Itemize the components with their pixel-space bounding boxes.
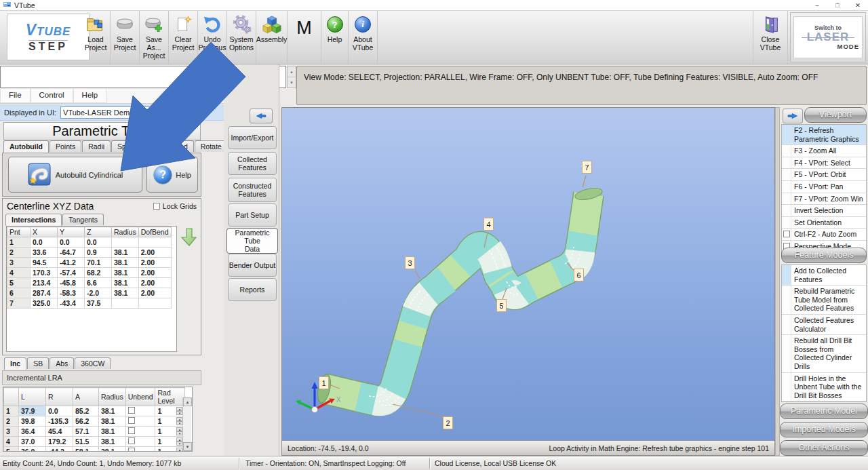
feature-action-2[interactable]: Rebuild Parametric Tube Model from Colle… (782, 286, 866, 315)
nav-parametric-tube-button[interactable]: Parametric Tube Data (226, 228, 278, 254)
displayed-in-ui-field[interactable]: VTube-LASER Demo 5 (60, 106, 189, 119)
unbend-checkbox[interactable] (128, 437, 135, 444)
cell[interactable]: 7 (7, 298, 31, 309)
minimize-button[interactable]: – (807, 0, 827, 11)
feature-action-5[interactable]: Drill Holes in the Unbent Tube with the … (782, 373, 866, 402)
lock-grids-checkbox[interactable] (153, 203, 160, 210)
cell[interactable]: 170.3 (31, 268, 58, 278)
toolbar-load-project-button[interactable]: Load Project (81, 11, 111, 64)
table-row[interactable]: 239.8-135.356.238.11▲▼ (4, 416, 185, 427)
cell[interactable]: 4 (7, 268, 31, 278)
cell[interactable]: 51.5 (73, 437, 99, 447)
cell[interactable]: -41.2 (58, 258, 85, 268)
cell[interactable]: 0.0 (85, 237, 112, 248)
cell[interactable]: 70.1 (85, 258, 112, 268)
cell[interactable]: 0.0 (31, 237, 58, 248)
cell[interactable]: 3 (4, 427, 19, 437)
tab-radii[interactable]: Radii (82, 140, 111, 152)
viewport-command-f5[interactable]: F5 - VPort: Orbit (782, 169, 866, 181)
cell[interactable]: 325.0 (31, 298, 58, 309)
cell[interactable]: 38.1 (99, 447, 126, 452)
cell[interactable]: 39.8 (19, 416, 46, 427)
cell[interactable]: 68.2 (85, 268, 112, 278)
centerline-table[interactable]: PntXYZRadiusDofBend10.00.00.0233.6-64.70… (7, 227, 172, 309)
toolbar-undo-previous-change-button[interactable]: Undo Previous Change (198, 11, 227, 64)
cell[interactable]: 56.2 (73, 416, 99, 427)
cell[interactable]: 33.6 (31, 248, 58, 258)
cell[interactable]: 5 (4, 447, 19, 452)
cell[interactable]: 36.0 (19, 447, 46, 452)
close-vtube-button[interactable]: Close VTube (753, 11, 788, 64)
lra-grid[interactable]: LRARadiusUnbendRad Level137.90.085.238.1… (3, 387, 193, 452)
menu-file[interactable]: File (0, 89, 31, 103)
viewport-section-header[interactable]: Viewport (804, 107, 867, 123)
cell[interactable]: 57.1 (73, 427, 99, 437)
table-row[interactable]: 437.0179.251.538.11▲▼ (4, 437, 185, 447)
toolbar-about-vtube-button[interactable]: iAbout VTube (349, 11, 378, 64)
cell[interactable]: 38.1 (112, 268, 139, 278)
cell[interactable]: 36.4 (19, 427, 46, 437)
cell[interactable]: 2.00 (138, 248, 171, 258)
table-row[interactable]: 4170.3-57.468.238.12.00 (7, 268, 172, 278)
unbend-checkbox[interactable] (128, 407, 135, 414)
nav-part-setup-button[interactable]: Part Setup (228, 203, 277, 227)
lra-table[interactable]: LRARadiusUnbendRad Level137.90.085.238.1… (3, 387, 185, 452)
viewport-command-ctrlf2[interactable]: Ctrl-F2 - Auto Zoom (782, 229, 866, 241)
feature-models-section-header[interactable]: Feature Models (781, 248, 867, 263)
cell[interactable]: 38.1 (99, 416, 126, 427)
cell[interactable]: 1▲▼ (155, 447, 185, 452)
tab-360cw[interactable]: 360CW (75, 357, 111, 369)
cell[interactable]: 1 (7, 237, 31, 248)
tab-points[interactable]: Points (50, 140, 81, 152)
tab-split-bend[interactable]: Split Bend (111, 140, 156, 152)
viewport-right-splitter[interactable] (775, 107, 780, 456)
table-row[interactable]: 10.00.00.0 (7, 237, 172, 248)
nav-import-export-button[interactable]: Import/Export (228, 126, 277, 149)
expand-panel-button[interactable] (783, 109, 803, 123)
autobuild-cylindrical-button[interactable]: Autobuild Cylindrical (8, 157, 142, 193)
cell[interactable]: -64.7 (58, 248, 85, 258)
cell[interactable]: -44.2 (46, 447, 73, 452)
cell[interactable]: 1▲▼ (155, 427, 185, 437)
cell[interactable]: 37.9 (19, 406, 46, 416)
cell[interactable]: 2 (4, 416, 19, 427)
parametric-model-section-header[interactable]: Parametric Model (780, 404, 868, 419)
unbend-checkbox[interactable] (128, 448, 135, 452)
nav-collected-features-button[interactable]: Collected Features (228, 152, 277, 175)
other-actions-section-header[interactable]: Other Actions (780, 440, 868, 456)
cell[interactable] (125, 416, 155, 427)
table-row[interactable]: 536.0-44.258.138.11▲▼ (4, 447, 185, 452)
cell[interactable]: 213.4 (31, 278, 58, 288)
cell[interactable]: 1▲▼ (155, 437, 185, 447)
tab-sb[interactable]: SB (27, 357, 49, 369)
lock-grids-control[interactable]: Lock Grids (153, 202, 197, 210)
nav-bender-output-button[interactable]: Bender Output (228, 254, 277, 277)
cell[interactable]: 38.1 (112, 258, 139, 268)
maximize-button[interactable]: □ (827, 0, 848, 11)
cell[interactable] (138, 237, 171, 248)
3d-viewport[interactable]: X Y Z 1234567 Location: -74.5, -19.4, 0.… (281, 107, 775, 456)
scroll-up-icon[interactable]: ▲ (183, 397, 192, 406)
cell[interactable]: 6 (7, 288, 31, 298)
cell[interactable] (138, 298, 171, 309)
feature-action-1[interactable]: Add to Collected Features (782, 265, 866, 286)
toolbar-help-button[interactable]: ?Help (321, 11, 349, 64)
imported-models-section-header[interactable]: Imported Models (780, 422, 868, 437)
cell[interactable]: 45.4 (46, 427, 73, 437)
toolbar-system-options-button[interactable]: System Options (227, 11, 256, 64)
cell[interactable]: 2.00 (138, 278, 171, 288)
cell[interactable]: 38.1 (99, 427, 126, 437)
cell[interactable]: -43.4 (58, 298, 85, 309)
tab-rotate[interactable]: Rotate (195, 140, 228, 152)
table-row[interactable]: 394.5-41.270.138.12.00 (7, 258, 172, 268)
cell[interactable]: -57.4 (58, 268, 85, 278)
nav-reports-button[interactable]: Reports (228, 278, 277, 301)
toolbar-save-project-button[interactable]: Save Project (111, 11, 140, 64)
cell[interactable]: 1▲▼ (155, 416, 185, 427)
cell[interactable]: 179.2 (46, 437, 73, 447)
table-row[interactable]: 5213.4-45.86.638.12.00 (7, 278, 172, 288)
cell[interactable] (125, 427, 155, 437)
menu-help[interactable]: Help (73, 89, 107, 103)
table-row[interactable]: 336.445.457.138.11▲▼ (4, 427, 185, 437)
centerline-grid[interactable]: PntXYZRadiusDofBend10.00.00.0233.6-64.70… (6, 226, 177, 352)
